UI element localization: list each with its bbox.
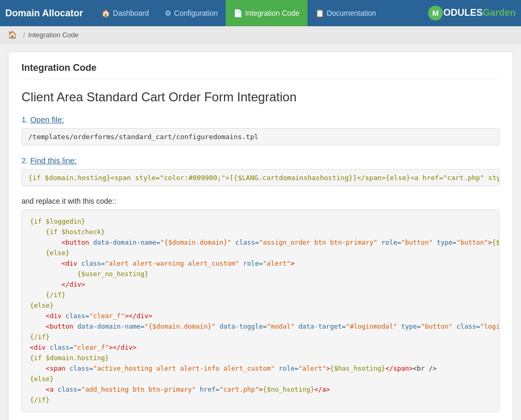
logo-modules-text: ODULES <box>443 7 483 18</box>
code-icon: 📄 <box>233 9 242 17</box>
page-title: Integration Code <box>22 62 499 79</box>
breadcrumb: 🏠 / Integration Code <box>0 26 521 44</box>
replace-code: {if $loggedin} {if $hostcheck} <button d… <box>22 209 499 412</box>
navbar-logo: MODULESGarden <box>428 6 516 20</box>
step1-label-text: Open file: <box>30 115 64 124</box>
doc-icon: 📋 <box>315 9 324 17</box>
nav-integration-label: Integration Code <box>245 9 300 17</box>
brand-title: Domain Allocator <box>5 8 83 19</box>
home-icon[interactable]: 🏠 <box>8 30 17 39</box>
step2-label-text: Find this line: <box>30 156 77 165</box>
nav-configuration-label: Configuration <box>174 9 218 17</box>
dashboard-icon: 🏠 <box>101 9 110 17</box>
nav-dashboard-label: Dashboard <box>113 9 149 17</box>
content-card: Integration Code Client Area Standard Ca… <box>8 51 513 420</box>
breadcrumb-current: Integration Code <box>28 31 79 39</box>
breadcrumb-separator: / <box>23 31 25 39</box>
logo-circle: M <box>428 6 443 20</box>
navbar: Domain Allocator 🏠 Dashboard ⚙ Configura… <box>0 0 521 26</box>
step2-value: {if $domain.hosting}<span style="color:#… <box>22 169 499 186</box>
nav-dashboard[interactable]: 🏠 Dashboard <box>93 0 157 26</box>
nav-configuration[interactable]: ⚙ Configuration <box>157 0 226 26</box>
replace-label: and replace it with this code:: <box>22 197 499 205</box>
logo-garden-text: Garden <box>483 7 516 18</box>
section-heading: Client Area Standard Cart Order Form Int… <box>22 90 499 104</box>
nav-documentation-label: Documentation <box>327 9 376 17</box>
step2-code-text: {if $domain.hosting}<span style="color:#… <box>28 174 499 182</box>
nav-integration-code[interactable]: 📄 Integration Code <box>226 0 307 26</box>
nav-items: 🏠 Dashboard ⚙ Configuration 📄 Integratio… <box>93 0 384 26</box>
step1-label: 1. Open file: <box>22 115 499 124</box>
gear-icon: ⚙ <box>165 9 172 17</box>
step2-label: 2. Find this line: <box>22 156 499 165</box>
step1-value: /templates/orderforms/standard_cart/conf… <box>22 128 499 145</box>
modulesgarden-logo: MODULESGarden <box>428 6 516 20</box>
nav-documentation[interactable]: 📋 Documentation <box>307 0 384 26</box>
main-content: Integration Code Client Area Standard Ca… <box>0 44 521 420</box>
